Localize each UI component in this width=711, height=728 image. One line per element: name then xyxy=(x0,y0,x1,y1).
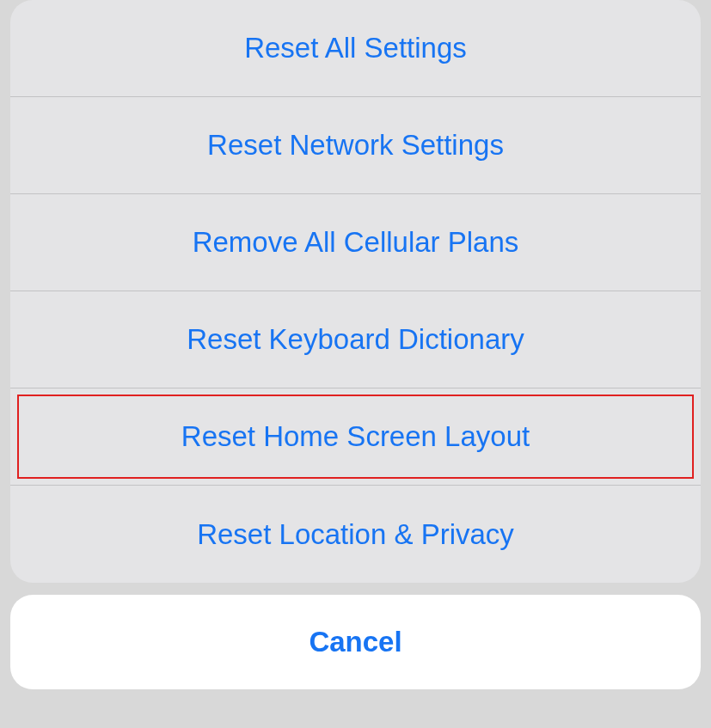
reset-all-settings-option[interactable]: Reset All Settings xyxy=(10,0,701,97)
option-label: Remove All Cellular Plans xyxy=(193,226,519,259)
option-label: Reset Network Settings xyxy=(207,129,504,162)
cancel-button[interactable]: Cancel xyxy=(10,595,701,689)
remove-all-cellular-plans-option[interactable]: Remove All Cellular Plans xyxy=(10,194,701,291)
option-label: Reset Home Screen Layout xyxy=(181,420,530,453)
reset-location-privacy-option[interactable]: Reset Location & Privacy xyxy=(10,486,701,583)
option-label: Reset Location & Privacy xyxy=(197,518,514,551)
reset-keyboard-dictionary-option[interactable]: Reset Keyboard Dictionary xyxy=(10,291,701,388)
reset-home-screen-layout-option[interactable]: Reset Home Screen Layout xyxy=(10,388,701,486)
reset-action-sheet: Reset All Settings Reset Network Setting… xyxy=(10,0,701,583)
cancel-label: Cancel xyxy=(309,626,401,658)
reset-network-settings-option[interactable]: Reset Network Settings xyxy=(10,97,701,194)
option-label: Reset Keyboard Dictionary xyxy=(187,323,524,356)
option-label: Reset All Settings xyxy=(244,32,467,64)
